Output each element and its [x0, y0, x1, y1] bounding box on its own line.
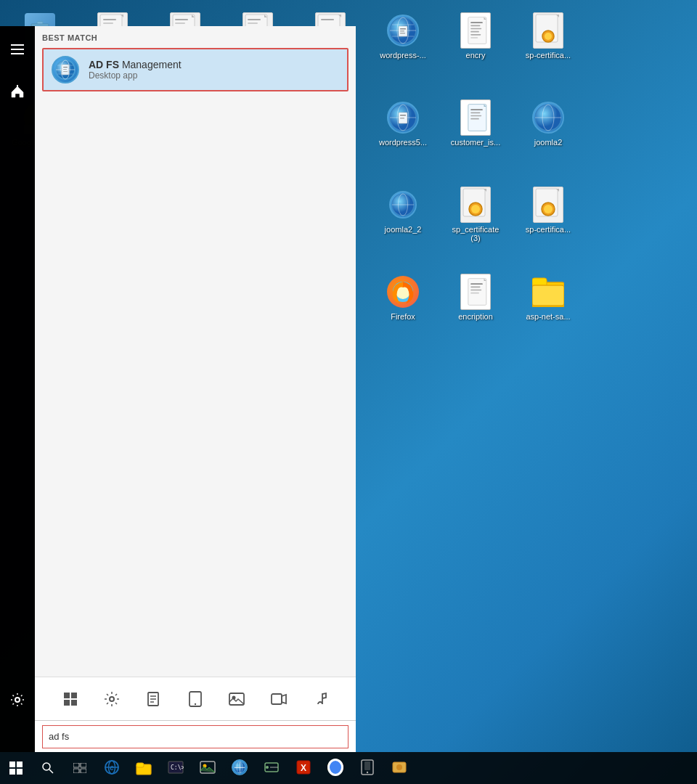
taskbar-file-explorer-button[interactable]	[128, 752, 160, 784]
taskbar-chrome-button[interactable]	[319, 752, 351, 784]
desktop-icon-sp-certifica-4[interactable]: sp-certifica...	[515, 181, 581, 269]
svg-rect-107	[63, 71, 68, 72]
adfs-result-subtitle: Desktop app	[89, 70, 340, 81]
desktop-icon-firefox[interactable]: Firefox	[370, 269, 436, 356]
search-result-adfs[interactable]: AD FS Management Desktop app	[42, 48, 348, 91]
svg-point-79	[471, 205, 480, 213]
taskbar-ie-button[interactable]: e	[96, 752, 128, 784]
svg-rect-67	[470, 113, 480, 114]
encription-label: encription	[458, 312, 493, 321]
start-button[interactable]	[0, 752, 32, 784]
cat-settings-button[interactable]	[97, 685, 126, 714]
taskbar-network-button[interactable]	[224, 752, 256, 784]
svg-rect-64	[468, 105, 486, 131]
taskbar-app6-button[interactable]	[256, 752, 288, 784]
svg-rect-95	[11, 44, 24, 46]
taskbar-app7-button[interactable]: X	[288, 752, 319, 784]
sp-certificate-3-label: sp_certificate (3)	[447, 225, 505, 242]
svg-point-83	[544, 205, 553, 213]
search-input[interactable]	[42, 725, 348, 748]
desktop-icon-customer-is[interactable]: customer_is...	[443, 94, 508, 181]
cat-files-button[interactable]	[139, 685, 168, 714]
adfs-result-text: AD FS Management Desktop app	[89, 59, 340, 81]
wordpress5-label: wordpress5...	[379, 138, 427, 147]
svg-rect-38	[468, 17, 486, 44]
svg-text:e: e	[110, 764, 114, 772]
svg-rect-45	[470, 37, 478, 38]
desktop-icon-wordpress5[interactable]: wordpress5...	[370, 94, 436, 181]
svg-rect-106	[63, 69, 67, 70]
svg-rect-21	[248, 19, 261, 20]
desktop-icon-sp-certifica[interactable]: sp-certifica...	[515, 7, 581, 94]
taskbar-cmd-button[interactable]: C:\>	[160, 752, 192, 784]
svg-rect-44	[470, 34, 481, 36]
asp-net-label: asp-net-sa...	[526, 312, 570, 321]
desktop-icon-encription[interactable]: encription	[443, 269, 508, 356]
svg-rect-42	[470, 28, 481, 30]
svg-rect-86	[468, 279, 486, 306]
windows-logo-icon	[9, 761, 23, 775]
svg-rect-68	[470, 115, 481, 117]
cat-photos-button[interactable]	[222, 685, 251, 714]
customer-is-icon	[460, 99, 491, 136]
svg-line-123	[49, 769, 53, 773]
taskbar-tablet-button[interactable]	[351, 752, 383, 784]
joomla2-label: joomla2	[534, 138, 563, 147]
settings-button[interactable]	[1, 684, 33, 716]
taskbar-apps: e C:\>	[96, 752, 697, 784]
home-button[interactable]	[1, 75, 33, 107]
svg-rect-109	[71, 693, 77, 698]
svg-rect-37	[400, 33, 405, 34]
firefox-label: Firefox	[391, 312, 415, 321]
sp-certifica-4-label: sp-certifica...	[526, 225, 571, 234]
search-results-area: Best match	[35, 26, 356, 677]
svg-point-147	[367, 772, 368, 773]
svg-rect-96	[11, 49, 24, 50]
cat-docs-button[interactable]	[56, 685, 85, 714]
customer-is-label: customer_is...	[451, 138, 500, 147]
svg-rect-88	[470, 283, 483, 285]
taskbar-search-button[interactable]	[32, 752, 64, 784]
cat-video-button[interactable]	[264, 685, 293, 714]
search-categories-bar	[35, 677, 356, 720]
sp-certifica-label: sp-certifica...	[526, 51, 571, 60]
wordpress1-label: wordpress-...	[380, 51, 426, 60]
desktop-icon-wordpress1[interactable]: wordpress-...	[370, 7, 436, 94]
desktop-icon-joomla2[interactable]: joomla2	[515, 94, 581, 181]
desktop-icon-encry[interactable]: encry	[443, 7, 508, 94]
taskbar-img-viewer-button[interactable]	[192, 752, 224, 784]
cat-music-button[interactable]	[306, 685, 335, 714]
svg-rect-26	[321, 19, 334, 20]
svg-rect-15	[175, 19, 188, 20]
task-view-button[interactable]	[64, 752, 96, 784]
svg-rect-40	[470, 22, 483, 23]
svg-rect-63	[400, 118, 404, 119]
svg-point-139	[237, 761, 242, 773]
svg-rect-41	[470, 25, 480, 27]
svg-rect-126	[73, 769, 79, 773]
svg-rect-124	[73, 763, 79, 767]
desktop-icon-sp-certificate-3[interactable]: sp_certificate (3)	[443, 181, 508, 269]
svg-point-138	[234, 761, 245, 773]
svg-rect-148	[364, 761, 370, 770]
taskbar-app9-button[interactable]	[383, 752, 415, 784]
desktop-icon-asp-net[interactable]: asp-net-sa...	[515, 269, 581, 356]
hamburger-menu-button[interactable]	[1, 33, 33, 65]
sp-certificate-3-icon	[460, 187, 491, 223]
start-menu: Best match	[0, 26, 356, 752]
svg-rect-110	[64, 700, 70, 706]
svg-rect-111	[71, 700, 77, 706]
svg-rect-35	[400, 28, 406, 30]
cat-tablet-button[interactable]	[181, 685, 210, 714]
desktop-icon-joomla2-2[interactable]: joomla2_2	[370, 181, 436, 269]
best-match-label: Best match	[42, 33, 348, 42]
svg-rect-108	[64, 693, 70, 698]
svg-rect-8	[103, 19, 116, 20]
svg-text:C:\>: C:\>	[171, 764, 184, 771]
svg-point-150	[396, 764, 402, 770]
joomla2-icon	[532, 102, 564, 134]
sp-certifica-icon	[533, 12, 563, 49]
asp-net-icon	[532, 275, 564, 309]
svg-point-122	[43, 763, 50, 770]
wordpress5-icon	[387, 102, 419, 134]
